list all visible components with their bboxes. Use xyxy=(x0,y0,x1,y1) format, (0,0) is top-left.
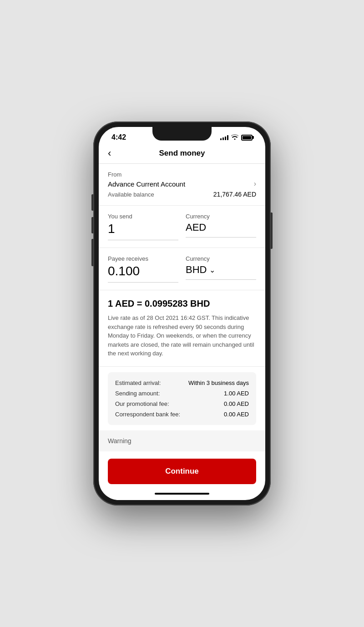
exchange-rate: 1 AED = 0.0995283 BHD xyxy=(108,298,256,309)
summary-box: Estimated arrival: Within 3 business day… xyxy=(108,372,256,425)
status-icons xyxy=(220,134,253,141)
send-currency-label: Currency xyxy=(186,213,256,220)
sending-amount-label: Sending amount: xyxy=(115,390,160,397)
receive-currency-value: BHD xyxy=(186,264,207,276)
payee-receives-label: Payee receives xyxy=(108,255,178,262)
estimated-arrival-label: Estimated arrival: xyxy=(115,379,161,386)
promotional-fee-label: Our promotional fee: xyxy=(115,400,169,407)
balance-value: 21,767.46 AED xyxy=(213,191,256,198)
send-amount-field: You send 1 xyxy=(108,213,178,240)
signal-icon xyxy=(220,135,228,140)
send-currency-field: Currency AED xyxy=(186,213,256,240)
wifi-icon xyxy=(231,134,238,141)
promotional-fee-value: 0.00 AED xyxy=(224,400,249,407)
sending-amount-row: Sending amount: 1.00 AED xyxy=(115,390,249,397)
receive-amount-value[interactable]: 0.100 xyxy=(108,264,178,283)
battery-icon xyxy=(241,135,253,141)
from-section: From Advance Current Account › Available… xyxy=(99,164,265,206)
page-header: ‹ Send money xyxy=(99,143,265,164)
sending-amount-value: 1.00 AED xyxy=(224,390,249,397)
receive-currency-label: Currency xyxy=(186,255,256,262)
home-indicator xyxy=(99,489,265,500)
status-time: 4:42 xyxy=(111,133,126,142)
from-label: From xyxy=(108,171,256,178)
you-send-label: You send xyxy=(108,213,178,220)
receive-currency-field: Currency BHD ⌄ xyxy=(186,255,256,283)
back-button[interactable]: ‹ xyxy=(108,147,111,159)
send-amount-value[interactable]: 1 xyxy=(108,222,178,240)
account-name: Advance Current Account xyxy=(108,180,185,188)
promotional-fee-row: Our promotional fee: 0.00 AED xyxy=(115,400,249,407)
chevron-down-icon[interactable]: ⌄ xyxy=(209,266,215,274)
currency-select-row[interactable]: BHD ⌄ xyxy=(186,264,256,280)
continue-button[interactable]: Continue xyxy=(108,459,256,484)
payee-receives-section: Payee receives 0.100 Currency BHD ⌄ xyxy=(99,248,265,290)
page-title: Send money xyxy=(159,149,205,158)
warning-text: Warning xyxy=(108,437,131,445)
exchange-rate-description: Live rate as of 28 Oct 2021 16:42 GST. T… xyxy=(108,314,256,358)
send-currency-value: AED xyxy=(186,222,256,238)
correspondent-fee-label: Correspondent bank fee: xyxy=(115,411,180,418)
estimated-arrival-row: Estimated arrival: Within 3 business day… xyxy=(115,379,249,386)
buttons-section: Continue Back to transfer method xyxy=(99,451,265,490)
home-bar xyxy=(155,493,209,495)
exchange-rate-section: 1 AED = 0.0995283 BHD Live rate as of 28… xyxy=(99,290,265,367)
warning-section: Warning xyxy=(99,430,265,451)
you-send-section: You send 1 Currency AED xyxy=(99,206,265,248)
account-row[interactable]: Advance Current Account › xyxy=(108,180,256,188)
chevron-right-icon[interactable]: › xyxy=(254,180,256,188)
correspondent-fee-value: 0.00 AED xyxy=(224,411,249,418)
screen-content: ‹ Send money From Advance Current Accoun… xyxy=(99,143,265,489)
balance-row: Available balance 21,767.46 AED xyxy=(108,191,256,198)
correspondent-fee-row: Correspondent bank fee: 0.00 AED xyxy=(115,411,249,418)
estimated-arrival-value: Within 3 business days xyxy=(188,379,249,386)
receive-amount-field: Payee receives 0.100 xyxy=(108,255,178,283)
balance-label: Available balance xyxy=(108,191,154,198)
